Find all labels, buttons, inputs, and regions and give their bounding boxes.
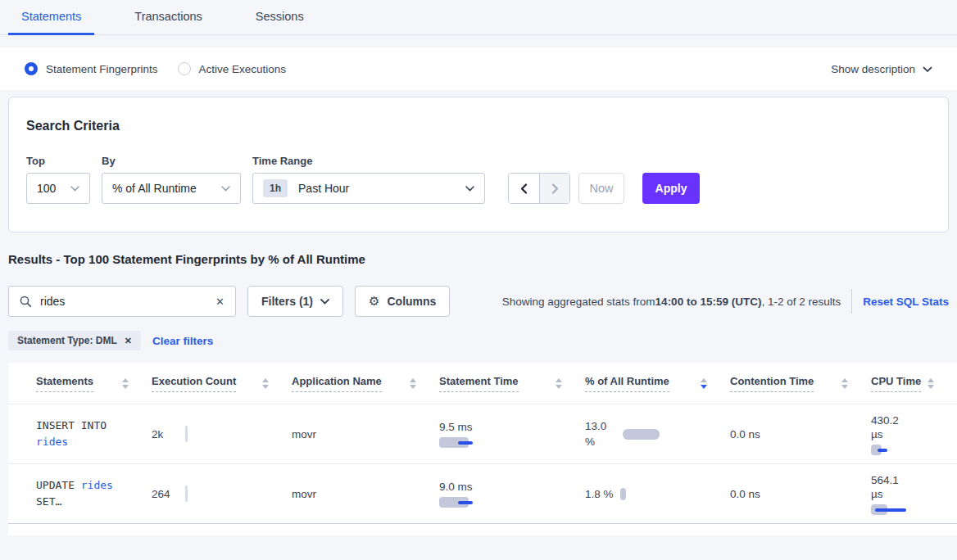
table-row[interactable]: UPDATE ridesSET… 264 movr 9.0 ms 1.8 % 0… <box>8 464 957 524</box>
sort-icon[interactable] <box>841 378 848 389</box>
cpu-time-bar <box>871 504 928 515</box>
columns-button[interactable]: ⚙ Columns <box>355 286 450 317</box>
statement-time-bar <box>439 437 497 448</box>
radio-label: Statement Fingerprints <box>46 63 158 75</box>
time-range-field: Time Range 1h Past Hour <box>252 155 485 204</box>
sort-icon[interactable] <box>122 378 129 389</box>
sort-icon[interactable] <box>556 378 562 389</box>
show-description-toggle[interactable]: Show description <box>831 63 932 75</box>
time-range-value: Past Hour <box>298 182 349 195</box>
search-input[interactable] <box>40 295 215 308</box>
column-header-execution-count[interactable]: Execution Count <box>152 363 292 404</box>
column-header-statements[interactable]: Statements <box>8 363 152 404</box>
execution-count-cell: 2k <box>152 426 292 442</box>
time-nav-group <box>508 173 570 204</box>
stats-time-range: 14:00 to 15:59 (UTC) <box>655 296 762 308</box>
application-name-cell: movr <box>292 488 439 500</box>
results-table: Statements Execution Count Application N… <box>8 363 957 535</box>
execution-count-bar <box>185 485 188 502</box>
radio-statement-fingerprints[interactable]: Statement Fingerprints <box>25 62 158 75</box>
top-field: Top 100 <box>26 155 90 204</box>
filters-label: Filters (1) <box>261 295 313 308</box>
tab-transactions[interactable]: Transactions <box>121 0 215 34</box>
table-header-row: Statements Execution Count Application N… <box>8 363 957 404</box>
statement-text: INSERT INTO <box>36 419 107 431</box>
stats-summary: Showing aggregated stats from 14:00 to 1… <box>502 296 841 308</box>
columns-label: Columns <box>387 295 436 308</box>
results-toolbar: ✕ Filters (1) ⚙ Columns Showing aggregat… <box>8 286 949 317</box>
statement-text: UPDATE <box>36 479 81 491</box>
vertical-divider <box>851 289 852 314</box>
statement-link[interactable]: rides <box>81 479 113 491</box>
application-name-cell: movr <box>292 428 439 440</box>
time-range-select[interactable]: 1h Past Hour <box>252 173 485 204</box>
runtime-pct-value: 13.0 % <box>585 418 616 449</box>
cpu-time-value: 564.1 µs <box>871 473 910 501</box>
radio-active-executions[interactable]: Active Executions <box>178 62 287 75</box>
search-icon <box>20 296 32 308</box>
runtime-pct-value: 1.8 % <box>585 486 614 502</box>
column-header-application-name[interactable]: Application Name <box>292 363 439 404</box>
statement-cell[interactable]: UPDATE ridesSET… <box>8 477 152 510</box>
column-header-cpu-time[interactable]: CPU Time <box>871 363 957 404</box>
time-range-label: Time Range <box>252 155 485 167</box>
sort-icon[interactable] <box>928 378 934 389</box>
previous-time-button[interactable] <box>509 174 539 203</box>
top-select[interactable]: 100 <box>26 173 90 204</box>
radio-unselected-icon[interactable] <box>178 62 191 75</box>
next-time-button[interactable] <box>539 174 569 203</box>
cpu-time-cell: 564.1 µs <box>871 473 957 515</box>
sort-icon[interactable] <box>410 378 416 389</box>
search-criteria-form: Top 100 By % of All Runtime Time Range 1… <box>26 155 931 204</box>
runtime-pct-bar <box>623 429 660 440</box>
statement-text: SET… <box>36 495 61 508</box>
top-tab-bar: Statements Transactions Sessions <box>0 0 957 35</box>
stats-prefix: Showing aggregated stats from <box>502 296 655 308</box>
remove-filter-icon[interactable]: ✕ <box>125 336 132 346</box>
chevron-down-icon <box>221 186 230 192</box>
runtime-pct-bar <box>620 488 626 500</box>
clear-search-icon[interactable]: ✕ <box>215 296 225 308</box>
statement-time-value: 9.0 ms <box>439 480 569 494</box>
radio-selected-icon[interactable] <box>25 62 38 75</box>
now-button[interactable]: Now <box>578 173 624 204</box>
statement-time-bar <box>439 497 497 508</box>
cpu-time-value: 430.2 µs <box>871 413 910 441</box>
chevron-down-icon <box>465 186 474 192</box>
sort-icon[interactable] <box>262 378 269 389</box>
statement-time-value: 9.5 ms <box>439 420 569 434</box>
statement-time-cell: 9.0 ms <box>439 480 585 508</box>
column-header-runtime-pct[interactable]: % of All Runtime <box>585 363 730 404</box>
by-select[interactable]: % of All Runtime <box>102 173 241 204</box>
clear-filters-link[interactable]: Clear filters <box>152 335 213 347</box>
contention-time-cell: 0.0 ns <box>730 428 871 440</box>
filter-chip-label: Statement Type: DML <box>17 335 117 346</box>
column-header-statement-time[interactable]: Statement Time <box>439 363 585 404</box>
radio-label: Active Executions <box>199 63 287 75</box>
chevron-right-icon <box>551 183 559 194</box>
cpu-time-cell: 430.2 µs <box>871 413 957 455</box>
by-select-value: % of All Runtime <box>112 182 197 195</box>
contention-time-cell: 0.0 ns <box>730 488 871 500</box>
execution-count-cell: 264 <box>152 485 292 502</box>
tab-statements[interactable]: Statements <box>8 0 94 34</box>
execution-count-value: 2k <box>152 428 185 440</box>
column-header-contention-time[interactable]: Contention Time <box>730 363 871 404</box>
statement-link[interactable]: rides <box>36 436 68 448</box>
filter-chip-statement-type[interactable]: Statement Type: DML ✕ <box>8 331 141 350</box>
search-criteria-title: Search Criteria <box>26 119 931 133</box>
by-label: By <box>102 155 241 167</box>
tab-sessions[interactable]: Sessions <box>243 0 317 34</box>
filters-button[interactable]: Filters (1) <box>247 286 343 317</box>
execution-count-value: 264 <box>152 488 185 500</box>
time-range-badge: 1h <box>263 179 288 197</box>
apply-button[interactable]: Apply <box>642 173 700 204</box>
reset-sql-stats-link[interactable]: Reset SQL Stats <box>863 296 949 308</box>
execution-count-bar <box>185 426 188 442</box>
runtime-pct-cell: 13.0 % <box>585 418 730 449</box>
table-row[interactable]: INSERT INTOrides 2k movr 9.5 ms 13.0 % 0… <box>8 404 957 464</box>
chevron-down-icon <box>70 186 79 192</box>
sort-icon[interactable] <box>701 378 707 389</box>
statement-cell[interactable]: INSERT INTOrides <box>8 418 152 450</box>
search-box[interactable]: ✕ <box>8 286 236 317</box>
